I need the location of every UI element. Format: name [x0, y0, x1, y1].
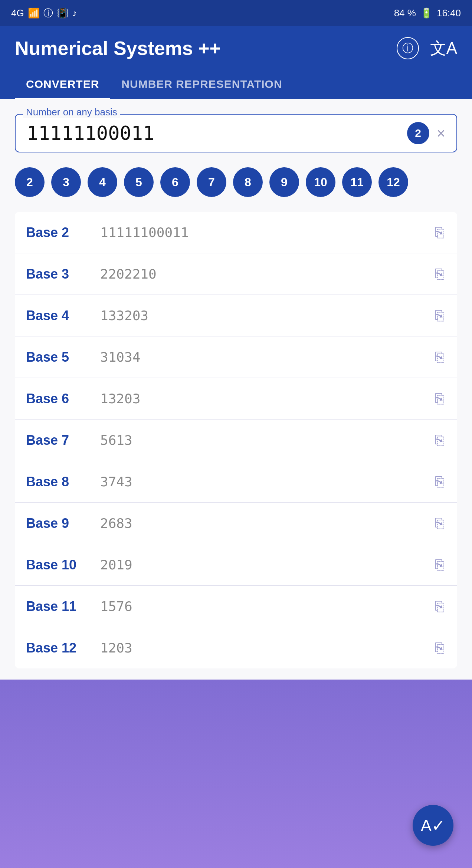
number-input[interactable] [27, 122, 407, 144]
tab-number-representation[interactable]: NUMBER REPRESENTATION [110, 70, 293, 99]
info-icon: ⓘ [402, 41, 413, 56]
table-row: Base 2 11111100011 ⎘ [15, 212, 457, 253]
wifi-icon: ⓘ [43, 7, 53, 20]
signal-icon: 4G [11, 7, 24, 19]
results-table: Base 2 11111100011 ⎘ Base 3 2202210 ⎘ Ba… [15, 212, 457, 668]
base-pill-10[interactable]: 10 [306, 167, 335, 197]
result-base-label: Base 2 [26, 225, 100, 240]
signal-bars: 📶 [28, 7, 40, 19]
result-base-label: Base 9 [26, 516, 100, 531]
base-pill-8[interactable]: 8 [233, 167, 263, 197]
input-section: Number on any basis 2 × [15, 114, 457, 152]
clear-button[interactable]: × [433, 125, 449, 142]
fab-button[interactable]: A✓ [413, 805, 453, 846]
clock: 16:40 [437, 7, 461, 19]
base-pill-9[interactable]: 9 [269, 167, 299, 197]
result-value: 3743 [100, 474, 433, 489]
result-base-label: Base 7 [26, 433, 100, 448]
result-value: 2019 [100, 557, 433, 572]
copy-button[interactable]: ⎘ [433, 430, 446, 450]
info-button[interactable]: ⓘ [397, 37, 419, 59]
input-label: Number on any basis [23, 106, 120, 118]
base-selector: 2 3 4 5 6 7 8 9 10 11 12 [15, 167, 457, 201]
result-base-label: Base 8 [26, 474, 100, 490]
battery-icon: 🔋 [420, 7, 432, 19]
base-pill-12[interactable]: 12 [378, 167, 408, 197]
table-row: Base 4 133203 ⎘ [15, 295, 457, 336]
copy-button[interactable]: ⎘ [433, 264, 446, 284]
result-base-label: Base 5 [26, 349, 100, 365]
status-right: 84 % 🔋 16:40 [394, 7, 461, 19]
header-top: Numerical Systems ++ ⓘ 文A [15, 37, 457, 59]
copy-button[interactable]: ⎘ [433, 347, 446, 367]
copy-button[interactable]: ⎘ [433, 596, 446, 617]
table-row: Base 10 2019 ⎘ [15, 544, 457, 586]
result-base-label: Base 4 [26, 308, 100, 323]
table-row: Base 3 2202210 ⎘ [15, 253, 457, 295]
result-value: 11111100011 [100, 225, 433, 240]
table-row: Base 11 1576 ⎘ [15, 586, 457, 627]
result-base-label: Base 11 [26, 599, 100, 614]
result-value: 5613 [100, 433, 433, 448]
table-row: Base 7 5613 ⎘ [15, 420, 457, 461]
base-pill-11[interactable]: 11 [342, 167, 372, 197]
status-left: 4G 📶 ⓘ 📳 ♪ [11, 7, 77, 20]
tab-bar: CONVERTER NUMBER REPRESENTATION [15, 70, 457, 99]
copy-button[interactable]: ⎘ [433, 471, 446, 492]
app-title: Numerical Systems ++ [15, 37, 221, 59]
music-icon: ♪ [72, 7, 77, 19]
copy-button[interactable]: ⎘ [433, 638, 446, 658]
result-base-label: Base 12 [26, 640, 100, 656]
result-value: 31034 [100, 349, 433, 365]
tab-converter[interactable]: CONVERTER [15, 70, 110, 99]
table-row: Base 6 13203 ⎘ [15, 378, 457, 420]
result-value: 2683 [100, 516, 433, 531]
header-icons: ⓘ 文A [397, 37, 457, 59]
translate-button[interactable]: 文A [430, 37, 457, 59]
base-pill-7[interactable]: 7 [197, 167, 226, 197]
copy-button[interactable]: ⎘ [433, 388, 446, 409]
copy-button[interactable]: ⎘ [433, 555, 446, 575]
copy-button[interactable]: ⎘ [433, 222, 446, 243]
base-pill-5[interactable]: 5 [124, 167, 154, 197]
vibrate-icon: 📳 [57, 7, 69, 19]
result-base-label: Base 10 [26, 557, 100, 573]
result-base-label: Base 3 [26, 266, 100, 282]
table-row: Base 12 1203 ⎘ [15, 627, 457, 668]
result-value: 2202210 [100, 266, 433, 282]
table-row: Base 8 3743 ⎘ [15, 461, 457, 503]
copy-button[interactable]: ⎘ [433, 305, 446, 326]
table-row: Base 5 31034 ⎘ [15, 336, 457, 378]
base-pill-2[interactable]: 2 [15, 167, 45, 197]
base-pill-4[interactable]: 4 [88, 167, 117, 197]
base-pill-3[interactable]: 3 [51, 167, 81, 197]
app-header: Numerical Systems ++ ⓘ 文A CONVERTER NUMB… [0, 26, 472, 99]
main-content: Number on any basis 2 × 2 3 4 5 6 7 8 9 … [0, 99, 472, 680]
base-pill-6[interactable]: 6 [160, 167, 190, 197]
copy-button[interactable]: ⎘ [433, 513, 446, 533]
input-wrapper: Number on any basis 2 × [15, 114, 457, 152]
battery-percent: 84 % [394, 7, 416, 19]
table-row: Base 9 2683 ⎘ [15, 503, 457, 544]
result-value: 1576 [100, 599, 433, 614]
result-value: 1203 [100, 640, 433, 655]
base-badge: 2 [407, 122, 429, 144]
result-value: 13203 [100, 391, 433, 406]
fab-icon: A✓ [421, 816, 445, 835]
result-base-label: Base 6 [26, 391, 100, 407]
result-value: 133203 [100, 308, 433, 323]
status-bar: 4G 📶 ⓘ 📳 ♪ 84 % 🔋 16:40 [0, 0, 472, 26]
